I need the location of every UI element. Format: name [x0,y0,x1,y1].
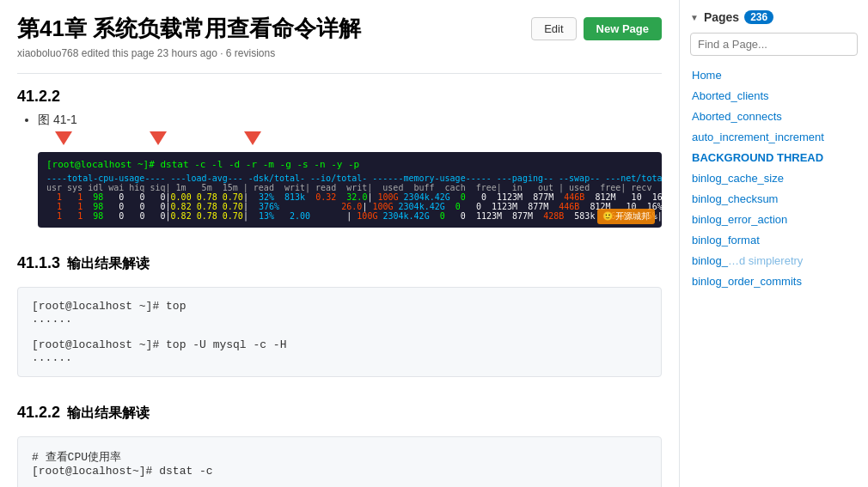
page-title: 第41章 系统负载常用查看命令详解 [17,14,361,44]
sidebar-search-input[interactable] [690,33,858,56]
sidebar-item-home[interactable]: Home [690,64,858,85]
sub-heading-2: 输出结果解读 [67,405,150,423]
sidebar-item-binlog-simpleretry[interactable]: binlog_…d simpleretry [690,250,858,271]
sidebar-link-aborted-connects[interactable]: Aborted_connects [692,110,782,123]
sidebar-item-background-thread[interactable]: BACKGROUND THREAD [690,147,858,167]
sidebar-item-binlog-format[interactable]: binlog_format [690,229,858,250]
sidebar-item-binlog-cache-size[interactable]: binlog_cache_size [690,167,858,188]
pages-count: 236 [744,10,773,24]
sidebar-link-binlog-cache-size[interactable]: binlog_cache_size [692,172,784,185]
figure-list: 图 41-1 [root@localhost ~]# dstat -c -l -… [17,113,662,228]
terminal-block: [root@localhost ~]# dstat -c -l -d -r -m… [38,152,662,228]
new-page-button[interactable]: New Page [584,17,662,40]
code-block-2: # 查看CPU使用率 [root@localhost~]# dstat -c [17,436,662,487]
sidebar-link-binlog-order-commits[interactable]: binlog_order_commits [692,275,802,288]
header-buttons: Edit New Page [531,17,662,40]
section-heading-1: 41.2.2 [17,88,662,106]
sidebar-item-binlog-error-action[interactable]: binlog_error_action [690,209,858,229]
sidebar-item-aborted-connects[interactable]: Aborted_connects [690,106,858,126]
code-block-1: [root@localhost ~]# top ...... [root@loc… [17,287,662,377]
edit-button[interactable]: Edit [531,17,576,40]
header-divider [17,73,662,74]
sidebar: ▼ Pages 236 Home Aborted_clients Aborted… [679,0,868,487]
sidebar-nav-list: Home Aborted_clients Aborted_connects au… [690,64,858,291]
sub-heading-1: 输出结果解读 [67,255,150,273]
sidebar-link-binlog-checksum[interactable]: binlog_checksum [692,192,778,205]
terminal-command: [root@localhost ~]# dstat -c -l -d -r -m… [46,159,653,170]
arrow-3 [244,131,261,145]
sidebar-link-auto-increment[interactable]: auto_increment_increment [692,131,824,143]
sidebar-link-home[interactable]: Home [692,69,722,82]
sidebar-item-binlog-checksum[interactable]: binlog_checksum [690,188,858,209]
figure-label: 图 41-1 [root@localhost ~]# dstat -c -l -… [38,113,662,228]
sidebar-item-aborted-clients[interactable]: Aborted_clients [690,85,858,106]
pages-label: Pages [704,10,739,24]
sidebar-link-binlog-error-action[interactable]: binlog_error_action [692,213,787,226]
watermark: 🙂 开源城邦 [597,209,655,224]
sidebar-link-binlog-simpleretry[interactable]: binlog_…d simpleretry [692,254,803,267]
arrow-2 [150,131,167,145]
arrow-1 [55,131,72,145]
section-heading-2: 41.1.3 [17,254,60,272]
sidebar-link-binlog-format[interactable]: binlog_format [692,234,760,247]
sidebar-pages-header: ▼ Pages 236 [690,10,858,24]
sidebar-item-auto-increment[interactable]: auto_increment_increment [690,126,858,147]
sidebar-link-aborted-clients[interactable]: Aborted_clients [692,89,769,102]
page-meta: xiaoboluo768 edited this page 23 hours a… [17,47,662,59]
section-heading-3: 41.2.2 [17,404,60,422]
sidebar-item-binlog-order-commits[interactable]: binlog_order_commits [690,271,858,291]
chevron-icon: ▼ [690,13,699,22]
sidebar-link-background-thread[interactable]: BACKGROUND THREAD [692,151,823,164]
